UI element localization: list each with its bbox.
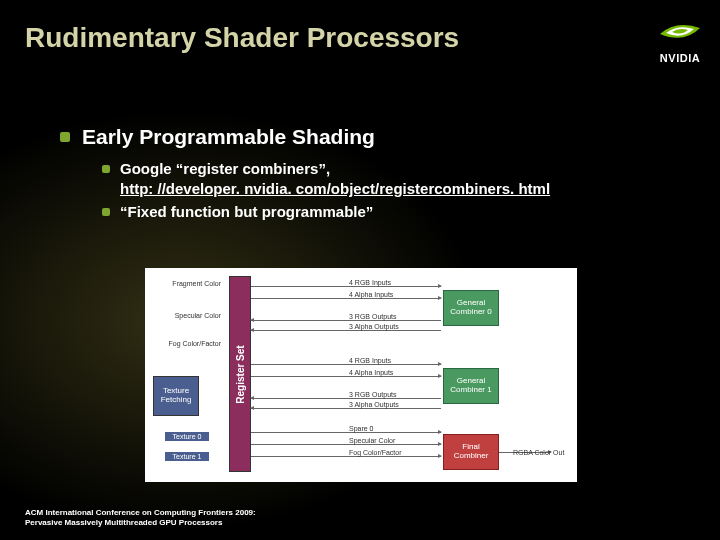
bullet-level2-b: “Fixed function but programmable” (102, 202, 690, 222)
label-alpha-out: 3 Alpha Outputs (349, 401, 399, 408)
box-final-combiner: Final Combiner (443, 434, 499, 470)
label-rgb-out: 3 RGB Outputs (349, 391, 396, 398)
register-combiners-diagram: Fragment Color Specular Color Fog Color/… (145, 268, 577, 482)
label-alpha-in: 4 Alpha Inputs (349, 369, 393, 376)
bullet-level1: Early Programmable Shading (60, 125, 690, 149)
arrow (251, 298, 441, 299)
slide-title: Rudimentary Shader Processors (25, 22, 459, 54)
arrow (251, 408, 441, 409)
label-fog: Fog Color/Factor (161, 340, 221, 347)
arrow (251, 456, 441, 457)
label-fog2: Fog Color/Factor (349, 449, 402, 456)
label-alpha-out: 3 Alpha Outputs (349, 323, 399, 330)
label-texture1: Texture 1 (165, 452, 209, 461)
arrow (251, 376, 441, 377)
arrow (251, 286, 441, 287)
label-texture0: Texture 0 (165, 432, 209, 441)
label-spec: Specular Color (349, 437, 395, 444)
footer-line2: Pervasive Massively Multithreaded GPU Pr… (25, 518, 256, 528)
label-specular-color: Specular Color (161, 312, 221, 319)
bullet-level2-a: Google “register combiners”, http: //dev… (102, 159, 690, 200)
box-general-combiner-0: General Combiner 0 (443, 290, 499, 326)
content-area: Early Programmable Shading Google “regis… (60, 125, 690, 224)
arrow (251, 364, 441, 365)
label-rgb-in: 4 RGB Inputs (349, 357, 391, 364)
arrow (251, 320, 441, 321)
box-general-combiner-1: General Combiner 1 (443, 368, 499, 404)
label-rgba-out: RGBA Color Out (513, 449, 564, 456)
label-alpha-in: 4 Alpha Inputs (349, 291, 393, 298)
url-link[interactable]: http: //developer. nvidia. com/object/re… (120, 180, 550, 197)
label-rgb-out: 3 RGB Outputs (349, 313, 396, 320)
nvidia-logo-text: NVIDIA (658, 52, 702, 64)
bullet-text: Google “register combiners”, (120, 160, 330, 177)
footer-line1: ACM International Conference on Computin… (25, 508, 256, 518)
box-register-set: Register Set (229, 276, 251, 472)
arrow (251, 398, 441, 399)
label-spare0: Spare 0 (349, 425, 374, 432)
arrow (251, 432, 441, 433)
nvidia-eye-icon (658, 18, 702, 46)
slide-footer: ACM International Conference on Computin… (25, 508, 256, 528)
nvidia-logo: NVIDIA (658, 18, 702, 64)
box-texture-fetching: Texture Fetching (153, 376, 199, 416)
arrow (251, 444, 441, 445)
arrow (251, 330, 441, 331)
label-rgb-in: 4 RGB Inputs (349, 279, 391, 286)
label-fragment-color: Fragment Color (161, 280, 221, 287)
